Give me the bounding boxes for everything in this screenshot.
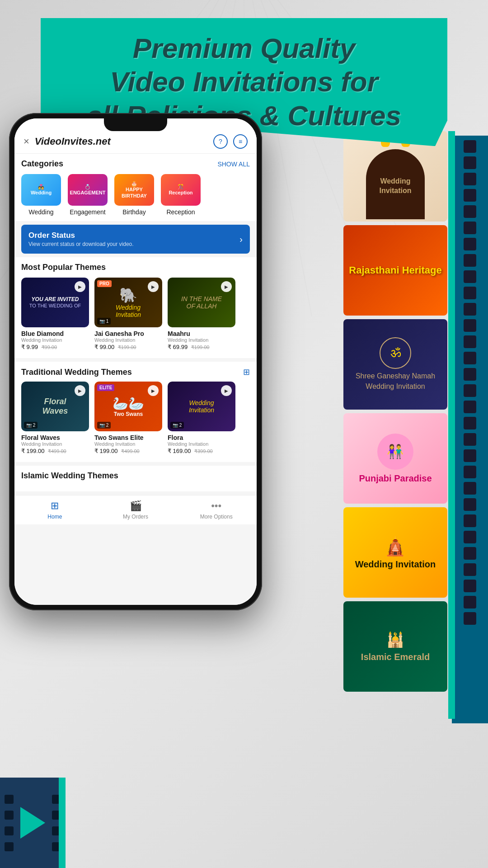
show-all-button[interactable]: SHOW ALL [217, 160, 250, 168]
temple-icon: 🛕 [384, 536, 407, 557]
side-card-rajasthani[interactable]: Rajasthani Heritage [343, 225, 447, 316]
film-hole [464, 384, 476, 397]
more-icon: ••• [211, 500, 221, 512]
maahru-price: ₹ 69.99 ₹199.00 [168, 344, 235, 350]
film-border-bottom-left [59, 778, 66, 868]
nav-item-orders[interactable]: 🎬 My Orders [95, 500, 176, 520]
floral-waves-name: Floral Waves [21, 434, 89, 441]
film-holes-col-left [5, 784, 14, 861]
two-swans-price: ₹ 199.00 ₹499.00 [94, 448, 162, 454]
blue-diamond-type: Wedding Invitation [21, 337, 89, 343]
film-hole [464, 401, 476, 413]
film-hole [464, 205, 476, 218]
play-button-ganesha[interactable]: ▶ [148, 281, 159, 292]
ganesha-price: ₹ 99.00 ₹199.00 [94, 344, 162, 350]
two-swans-name: Two Swans Elite [94, 434, 162, 441]
order-title: Order Status [28, 231, 134, 240]
ganesha-name: Jai Ganesha Pro [94, 330, 162, 337]
category-item-engagement[interactable]: 💍ENGAGEMENT Engagement [68, 174, 108, 216]
play-logo-icon [20, 807, 45, 839]
film-hole [464, 580, 476, 592]
ganesha-symbol: 🐘 [119, 287, 137, 304]
popular-themes-title: Most Popular Themes [21, 263, 106, 272]
ganesha-type: Wedding Invitation [94, 337, 162, 343]
nav-item-home[interactable]: ⊞ Home [14, 500, 95, 520]
cat-label-reception: Reception [166, 208, 195, 216]
cat-label-birthday: Birthday [122, 208, 145, 216]
order-status-banner[interactable]: Order Status View current status or down… [21, 225, 250, 254]
theme-card-floral-waves[interactable]: ▶ FloralWaves 📷 2 Floral Waves Wedding I… [21, 382, 89, 454]
theme-img-blue-diamond: ▶ YOU ARE INVITED TO THE WEDDING OF [21, 278, 89, 327]
theme-img-maahru: ▶ IN THE NAMEOF ALLAH [168, 278, 235, 327]
play-button-two-swans[interactable]: ▶ [148, 385, 159, 396]
film-hole [464, 531, 476, 543]
film-hole [464, 482, 476, 495]
category-item-wedding[interactable]: 💑Wedding Wedding [21, 174, 61, 216]
help-icon[interactable]: ? [213, 134, 228, 149]
film-border-right [448, 131, 455, 719]
theme-card-ganesha[interactable]: PRO ▶ 🐘 WeddingInvitation 📷 1 Jai Ganesh… [94, 278, 162, 350]
traditional-themes-section: Traditional Wedding Themes ⊞ ▶ FloralWav… [14, 362, 257, 462]
photo-count-two-swans: 📷 2 [97, 422, 111, 429]
bottom-nav: ⊞ Home 🎬 My Orders ••• More Options [14, 495, 257, 524]
cat-label-wedding: Wedding [28, 208, 53, 216]
film-hole [464, 433, 476, 446]
popular-themes-header: Most Popular Themes [21, 263, 250, 272]
categories-row: 💑Wedding Wedding 💍ENGAGEMENT Engagement [21, 174, 250, 216]
category-item-birthday[interactable]: 🎂HAPPY BIRTHDAY Birthday [114, 174, 154, 216]
theme-card-maahru[interactable]: ▶ IN THE NAMEOF ALLAH Maahru Wedding Inv… [168, 278, 235, 350]
category-item-reception[interactable]: 🎊Reception Reception [161, 174, 201, 216]
cat-reception-icon: 🎊Reception [161, 174, 201, 206]
film-hole [464, 449, 476, 462]
screen-content[interactable]: × VideoInvites.net ? ≡ Categories SHOW A… [14, 118, 257, 605]
maahru-text: IN THE NAMEOF ALLAH [181, 295, 222, 310]
cat-birthday-icon: 🎂HAPPY BIRTHDAY [114, 174, 154, 206]
flora-name: Flora [168, 434, 235, 441]
film-hole [464, 189, 476, 202]
two-swans-content: 🦢🦢 Two Swans [113, 396, 144, 417]
traditional-themes-title: Traditional Wedding Themes [21, 368, 132, 377]
punjabi-couple-icon: 👫 [377, 434, 413, 470]
two-swans-card-text: Two Swans [114, 411, 143, 417]
film-strip-right [452, 136, 488, 723]
film-hole [464, 222, 476, 234]
close-button[interactable]: × [23, 136, 29, 147]
play-button-flora[interactable]: ▶ [221, 385, 232, 396]
menu-icon[interactable]: ≡ [233, 134, 248, 149]
theme-card-two-swans[interactable]: ELITE ▶ 🦢🦢 Two Swans 📷 2 Two Swans Elite… [94, 382, 162, 454]
play-button-maahru[interactable]: ▶ [221, 281, 232, 292]
cat-wedding-icon: 💑Wedding [21, 174, 61, 206]
film-hole-sm [5, 826, 14, 835]
play-button-blue-diamond[interactable]: ▶ [75, 281, 85, 292]
play-button-floral[interactable]: ▶ [75, 385, 85, 396]
film-hole [464, 612, 476, 625]
side-card-ganesh[interactable]: ॐ Shree Ganeshay Namah Wedding Invitatio… [343, 319, 447, 410]
order-arrow-icon: › [239, 234, 243, 245]
expand-icon[interactable]: ⊞ [243, 367, 250, 377]
film-logo [14, 784, 52, 861]
categories-section: Categories SHOW ALL 💑Wedding Wedding [14, 154, 257, 221]
film-hole [464, 563, 476, 576]
nav-item-more[interactable]: ••• More Options [176, 500, 257, 520]
cat-img-birthday: 🎂HAPPY BIRTHDAY [114, 174, 154, 206]
film-hole [464, 156, 476, 169]
film-hole [464, 596, 476, 609]
categories-title: Categories [21, 159, 63, 169]
side-card-punjabi[interactable]: 👫 Punjabi Paradise [343, 413, 447, 504]
side-card-islamic[interactable]: 🕌 Islamic Emerald [343, 601, 447, 692]
site-title: VideoInvites.net [35, 136, 213, 147]
side-card-wedding-gold[interactable]: 🛕 Wedding Invitation [343, 507, 447, 598]
badge-pro: PRO [97, 280, 112, 287]
theme-card-blue-diamond[interactable]: ▶ YOU ARE INVITED TO THE WEDDING OF Blue… [21, 278, 89, 350]
traditional-themes-row: ▶ FloralWaves 📷 2 Floral Waves Wedding I… [21, 382, 250, 457]
flora-price: ₹ 169.00 ₹399.00 [168, 448, 235, 454]
punjabi-text: Punjabi Paradise [359, 473, 432, 484]
blue-diamond-name: Blue Diamond [21, 330, 89, 337]
theme-card-flora[interactable]: ▶ WeddingInvitation 📷 2 Flora Wedding In… [168, 382, 235, 454]
film-hole [464, 303, 476, 316]
flora-wedding-text: WeddingInvitation [189, 399, 214, 414]
arch-decoration: Wedding Invitation [366, 149, 425, 219]
film-hole [464, 238, 476, 250]
phone-container: × VideoInvites.net ? ≡ Categories SHOW A… [9, 113, 262, 610]
film-hole [464, 270, 476, 283]
